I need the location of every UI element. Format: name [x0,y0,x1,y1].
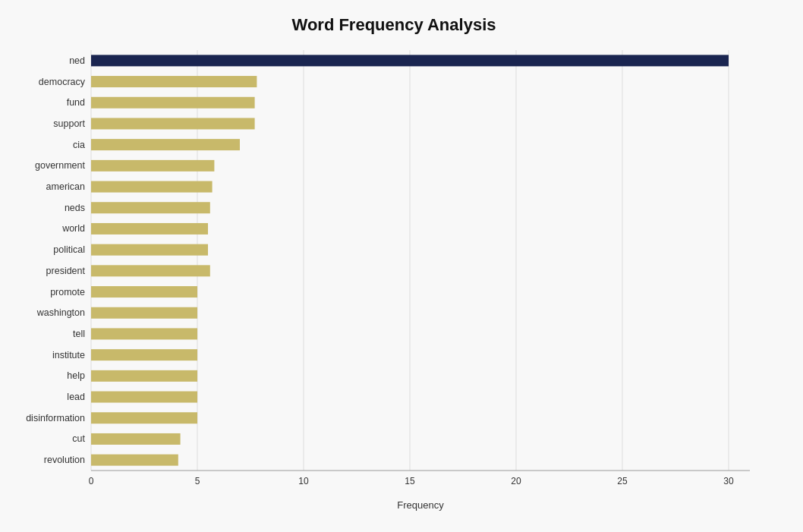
svg-rect-15 [91,139,240,150]
svg-rect-21 [91,202,210,213]
chart-container: Word Frequency Analysis neddemocracyfund… [0,0,803,532]
svg-rect-35 [91,349,197,360]
svg-text:5: 5 [195,476,200,486]
svg-text:0: 0 [89,476,94,486]
svg-rect-23 [91,223,208,235]
svg-text:political: political [53,244,85,255]
svg-text:10: 10 [298,476,309,486]
svg-rect-37 [91,370,197,382]
svg-rect-25 [91,244,208,256]
svg-rect-27 [91,265,210,276]
svg-text:institute: institute [52,350,85,360]
svg-text:20: 20 [511,476,521,486]
svg-text:disinformation: disinformation [26,413,85,423]
svg-text:fund: fund [67,97,85,108]
svg-text:revolution: revolution [44,455,85,465]
svg-text:ned: ned [69,55,85,66]
svg-rect-7 [91,55,729,66]
svg-rect-13 [91,118,255,129]
svg-text:15: 15 [405,476,415,486]
svg-text:support: support [53,118,85,129]
svg-text:american: american [46,181,85,192]
svg-rect-39 [91,392,197,403]
x-axis-label: Frequency [91,499,750,511]
svg-rect-29 [91,286,197,297]
svg-rect-41 [91,412,197,423]
svg-rect-31 [91,307,197,319]
svg-text:world: world [61,223,85,234]
svg-text:30: 30 [723,476,734,486]
svg-text:democracy: democracy [39,77,86,87]
svg-text:cia: cia [73,140,85,150]
svg-text:neds: neds [65,203,85,213]
svg-rect-33 [91,328,197,339]
svg-rect-45 [91,455,178,466]
svg-rect-43 [91,433,181,445]
bar-chart: neddemocracyfundsupportciagovernmentamer… [91,47,750,495]
svg-text:government: government [35,160,86,171]
svg-text:tell: tell [73,329,85,339]
svg-text:president: president [46,266,86,276]
svg-text:washington: washington [36,307,85,318]
svg-text:help: help [67,370,85,381]
svg-rect-9 [91,76,257,87]
svg-rect-11 [91,97,255,109]
svg-text:lead: lead [67,392,85,402]
svg-rect-19 [91,181,213,193]
svg-text:promote: promote [50,287,85,297]
svg-text:25: 25 [617,476,628,486]
chart-title: Word Frequency Analysis [15,15,773,35]
svg-text:cut: cut [72,433,85,444]
svg-rect-17 [91,160,214,172]
